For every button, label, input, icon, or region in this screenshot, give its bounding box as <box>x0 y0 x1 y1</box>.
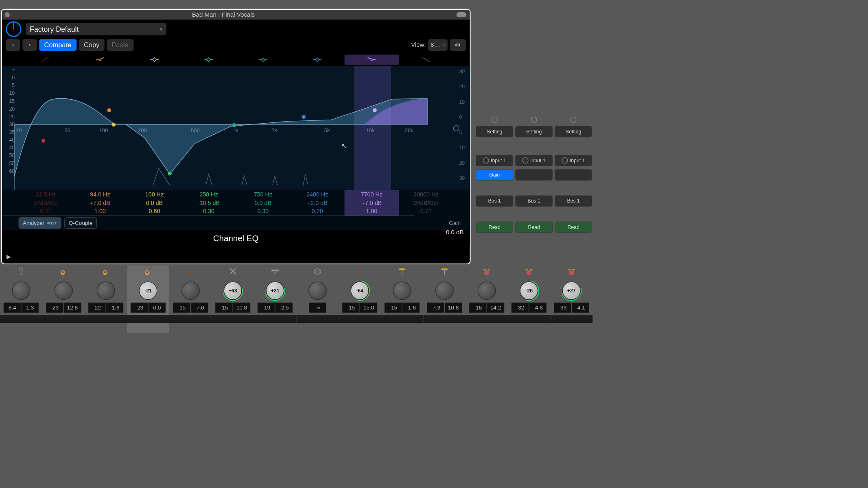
read-button[interactable]: Read <box>515 222 552 233</box>
fader[interactable] <box>381 315 423 323</box>
fader[interactable] <box>0 315 42 323</box>
channel-strip-14[interactable]: +27-33-4.1 <box>550 266 593 333</box>
input-selector[interactable]: Input 1 <box>555 155 592 166</box>
fader[interactable] <box>550 315 593 323</box>
band-7-params[interactable]: 7700 Hz+7.0 dB1.00 <box>345 190 399 216</box>
band-5-icon[interactable] <box>236 54 290 65</box>
band-3-icon[interactable] <box>127 54 181 65</box>
next-preset-button[interactable]: › <box>22 39 37 51</box>
channel-strip-12[interactable]: -1614.2 <box>466 266 508 333</box>
channel-strip-10[interactable]: -15-1.6 <box>381 266 423 333</box>
band-8-params[interactable]: 20000 Hz24dB/Oct0.71 <box>399 190 453 216</box>
pan-knob[interactable] <box>54 281 72 300</box>
pan-knob[interactable] <box>12 281 30 300</box>
channel-strip-6[interactable]: +63-1510.8 <box>212 266 254 333</box>
eq-graph[interactable]: +051015202530354045505560- 3020100510203… <box>2 66 470 190</box>
electric-guitar-icon <box>185 266 197 278</box>
fader[interactable] <box>254 315 296 323</box>
fader[interactable] <box>508 315 550 323</box>
gain-button[interactable]: Gain <box>476 169 513 180</box>
copy-button[interactable]: Copy <box>79 39 105 51</box>
band-4-icon[interactable] <box>181 54 236 65</box>
channel-strip-8[interactable]: -∞ <box>296 266 339 333</box>
band-5-params[interactable]: 750 Hz0.0 dB0.30 <box>236 190 290 216</box>
fader[interactable] <box>169 315 212 323</box>
link-button[interactable] <box>450 39 466 51</box>
channel-strip-7[interactable]: +21-19-2.5 <box>254 266 296 333</box>
channel-strip-3[interactable]: -22-1.6 <box>85 266 127 333</box>
input-selector[interactable]: Input 1 <box>476 155 513 166</box>
disclosure-triangle[interactable]: ▶ <box>7 253 11 260</box>
pan-knob[interactable] <box>97 281 115 300</box>
channel-strip-9[interactable]: -64-1515.0 <box>339 266 381 333</box>
fader[interactable] <box>466 315 508 323</box>
fader[interactable] <box>42 315 85 323</box>
setting-button[interactable]: Setting <box>476 126 513 137</box>
band-8-icon[interactable] <box>399 54 453 65</box>
band-2-params[interactable]: 94.0 Hz+7.0 dB1.00 <box>73 190 127 216</box>
pan-knob[interactable]: +63 <box>224 281 242 300</box>
fader[interactable] <box>296 315 339 323</box>
compare-button[interactable]: Compare <box>39 39 77 51</box>
setting-button[interactable]: Setting <box>515 126 552 137</box>
band-4-params[interactable]: 250 Hz-10.5 dB0.30 <box>181 190 236 216</box>
master-gain[interactable]: Gain 0.0 dB <box>446 220 464 236</box>
view-dropdown[interactable]: 8…⇅ <box>428 39 448 51</box>
read-button[interactable]: Read <box>555 222 592 233</box>
titlebar[interactable]: Bad Man - Final Vocals <box>2 10 470 20</box>
fader[interactable] <box>85 315 127 323</box>
band-2-icon[interactable] <box>73 54 127 65</box>
power-button[interactable] <box>6 22 21 37</box>
bus-selector[interactable]: Bus 1 <box>555 196 592 207</box>
svg-point-32 <box>99 59 101 61</box>
meter-readout: -15-1.6 <box>385 303 420 313</box>
prev-preset-button[interactable]: ‹ <box>6 39 20 51</box>
channel-strip-1[interactable]: 8.41.3 <box>0 266 42 333</box>
plugin-title: Channel EQ <box>2 230 470 246</box>
pan-knob[interactable] <box>478 281 496 300</box>
fader[interactable] <box>127 315 169 323</box>
fader[interactable] <box>423 315 466 323</box>
pan-knob[interactable]: +21 <box>266 281 284 300</box>
fader[interactable] <box>339 315 381 323</box>
qcouple-button[interactable]: Q-Couple <box>65 218 97 229</box>
pan-knob[interactable]: -26 <box>520 281 538 300</box>
gain-slot[interactable] <box>555 169 592 180</box>
close-button[interactable] <box>5 12 10 17</box>
channel-strip-2[interactable]: -2312.8 <box>42 266 85 333</box>
pan-knob[interactable] <box>308 281 327 300</box>
band-1-params[interactable]: 31.5 Hz24dB/Oct0.71 <box>19 190 73 216</box>
channel-strip-11[interactable]: -7.310.8 <box>423 266 466 333</box>
band-6-icon[interactable] <box>290 54 344 65</box>
window-pill[interactable] <box>457 12 467 17</box>
preset-dropdown[interactable]: Factory Default ▾ <box>26 23 166 35</box>
pan-knob[interactable]: +27 <box>562 281 581 300</box>
mixer: 8.41.3-2312.8-22-1.6-21-230.0-15-7.6+63-… <box>0 266 593 333</box>
setting-button[interactable]: Setting <box>555 126 592 137</box>
bus-selector[interactable]: Bus 1 <box>476 196 513 207</box>
pan-knob[interactable] <box>181 281 200 300</box>
analyzer-button[interactable]: AnalyzerPOST <box>19 218 61 229</box>
read-button[interactable]: Read <box>476 222 513 233</box>
gain-knob[interactable] <box>453 125 459 131</box>
pan-knob[interactable] <box>435 281 454 300</box>
channel-strip-13[interactable]: -26-32-4.8 <box>508 266 550 333</box>
paste-button[interactable]: Paste <box>107 39 133 51</box>
fader[interactable] <box>212 315 254 323</box>
bus-selector[interactable]: Bus 1 <box>515 196 552 207</box>
pan-knob[interactable]: -21 <box>139 281 157 300</box>
pan-knob[interactable] <box>393 281 411 300</box>
band-3-params[interactable]: 100 Hz0.0 dB0.60 <box>127 190 181 216</box>
pan-knob[interactable]: -64 <box>351 281 369 300</box>
svg-point-10 <box>146 271 148 273</box>
input-selector[interactable]: Input 1 <box>515 155 552 166</box>
band-6-params[interactable]: 2400 Hz+2.0 dB0.20 <box>290 190 344 216</box>
svg-point-7 <box>104 271 106 273</box>
svg-point-35 <box>107 108 112 112</box>
svg-line-5 <box>64 267 67 270</box>
gain-slot[interactable] <box>515 169 552 180</box>
channel-strip-5[interactable]: -15-7.6 <box>169 266 212 333</box>
band-7-icon[interactable] <box>345 54 399 65</box>
channel-strip-4[interactable]: -21-230.0 <box>127 266 169 333</box>
band-1-icon[interactable] <box>19 54 73 65</box>
